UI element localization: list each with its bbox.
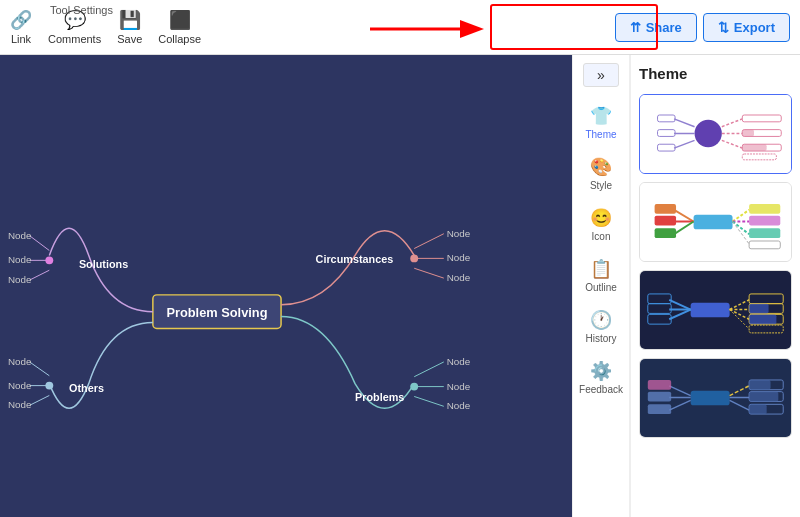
history-icon: 🕐 — [590, 309, 612, 331]
toolbar-right: ⇈ Share ⇅ Export — [615, 13, 790, 42]
export-icon: ⇅ — [718, 20, 729, 35]
collapse-sidebar-button[interactable]: » — [583, 63, 619, 87]
svg-line-63 — [733, 222, 750, 235]
share-button[interactable]: ⇈ Share — [615, 13, 697, 42]
svg-rect-60 — [749, 204, 780, 214]
svg-line-31 — [414, 396, 444, 406]
feedback-nav-label: Feedback — [579, 384, 623, 395]
share-label: Share — [646, 20, 682, 35]
svg-text:Node: Node — [8, 274, 32, 285]
mindmap-svg: Problem Solving Solutions Node Node Node… — [0, 55, 572, 517]
comments-label: Comments — [48, 33, 101, 45]
svg-rect-75 — [749, 294, 783, 304]
svg-line-74 — [730, 300, 749, 310]
feedback-icon: ⚙️ — [590, 360, 612, 382]
sidebar-item-icon[interactable]: 😊 Icon — [575, 201, 627, 248]
style-icon: 🎨 — [590, 156, 612, 178]
svg-rect-66 — [749, 241, 780, 249]
svg-line-7 — [30, 270, 50, 280]
theme-icon: 👕 — [590, 105, 612, 127]
history-nav-label: History — [585, 333, 616, 344]
save-label: Save — [117, 33, 142, 45]
main-area: Problem Solving Solutions Node Node Node… — [0, 55, 800, 517]
svg-line-97 — [730, 400, 749, 410]
svg-rect-54 — [655, 204, 676, 214]
svg-point-19 — [410, 254, 418, 262]
collapse-icon: ⬛ — [169, 9, 191, 31]
svg-text:Node: Node — [447, 272, 471, 283]
svg-rect-83 — [749, 325, 783, 333]
svg-rect-96 — [749, 392, 778, 402]
svg-text:Node: Node — [447, 228, 471, 239]
svg-text:Node: Node — [447, 381, 471, 392]
svg-line-21 — [30, 362, 50, 376]
theme-panel: Theme — [630, 55, 800, 517]
svg-rect-58 — [655, 228, 676, 238]
outline-nav-label: Outline — [585, 282, 617, 293]
svg-rect-81 — [749, 314, 776, 324]
theme-card-1[interactable] — [639, 94, 792, 174]
link-label: Link — [11, 33, 31, 45]
svg-line-23 — [30, 395, 50, 405]
svg-text:Node: Node — [8, 380, 32, 391]
svg-text:Node: Node — [447, 356, 471, 367]
svg-rect-93 — [749, 380, 770, 390]
svg-rect-51 — [742, 154, 776, 160]
svg-line-59 — [733, 210, 750, 222]
export-label: Export — [734, 20, 775, 35]
sidebar-item-history[interactable]: 🕐 History — [575, 303, 627, 350]
svg-line-65 — [733, 222, 750, 244]
tool-settings-label: Tool Settings — [50, 4, 113, 16]
sidebar-item-style[interactable]: 🎨 Style — [575, 150, 627, 197]
svg-rect-62 — [749, 216, 780, 226]
svg-rect-86 — [648, 380, 671, 390]
svg-line-29 — [414, 362, 444, 377]
theme-card-2[interactable] — [639, 182, 792, 262]
collapse-label: Collapse — [158, 33, 201, 45]
svg-text:Problems: Problems — [355, 391, 404, 403]
svg-rect-50 — [742, 144, 766, 151]
collapse-tool[interactable]: ⬛ Collapse — [158, 9, 201, 45]
svg-line-13 — [414, 234, 444, 249]
svg-line-15 — [414, 268, 444, 278]
svg-point-27 — [45, 382, 53, 390]
sidebar-item-theme[interactable]: 👕 Theme — [575, 99, 627, 146]
double-chevron-icon: » — [597, 67, 605, 83]
svg-point-36 — [695, 120, 722, 147]
sidebar-strip: » 👕 Theme 🎨 Style 😊 Icon 📋 Outline 🕐 His… — [572, 55, 630, 517]
save-tool[interactable]: 💾 Save — [117, 9, 142, 45]
svg-line-89 — [669, 400, 690, 410]
svg-line-5 — [30, 236, 50, 251]
sidebar-item-feedback[interactable]: ⚙️ Feedback — [575, 354, 627, 401]
svg-rect-40 — [658, 130, 676, 137]
svg-line-53 — [674, 210, 693, 222]
svg-line-68 — [669, 300, 690, 310]
svg-line-79 — [730, 310, 749, 320]
svg-rect-56 — [655, 216, 676, 226]
save-icon: 💾 — [119, 9, 141, 31]
link-icon: 🔗 — [10, 9, 32, 31]
svg-text:Node: Node — [8, 356, 32, 367]
mindmap-canvas[interactable]: Problem Solving Solutions Node Node Node… — [0, 55, 572, 517]
svg-line-41 — [674, 140, 694, 148]
svg-line-37 — [674, 119, 694, 127]
svg-text:Problem Solving: Problem Solving — [166, 305, 267, 320]
svg-line-43 — [722, 119, 742, 127]
svg-text:Others: Others — [69, 382, 104, 394]
export-button[interactable]: ⇅ Export — [703, 13, 790, 42]
theme-nav-label: Theme — [585, 129, 616, 140]
red-arrow — [370, 14, 490, 48]
theme-card-3[interactable] — [639, 270, 792, 350]
theme-card-4[interactable] — [639, 358, 792, 438]
svg-rect-90 — [648, 404, 671, 414]
link-tool[interactable]: 🔗 Link — [10, 9, 32, 45]
theme-panel-title: Theme — [639, 65, 792, 82]
svg-text:Node: Node — [8, 230, 32, 241]
svg-point-35 — [410, 383, 418, 391]
sidebar-item-outline[interactable]: 📋 Outline — [575, 252, 627, 299]
svg-text:Node: Node — [8, 254, 32, 265]
svg-text:Node: Node — [447, 400, 471, 411]
svg-rect-44 — [742, 115, 781, 122]
icon-nav-label: Icon — [592, 231, 611, 242]
icon-nav-icon: 😊 — [590, 207, 612, 229]
